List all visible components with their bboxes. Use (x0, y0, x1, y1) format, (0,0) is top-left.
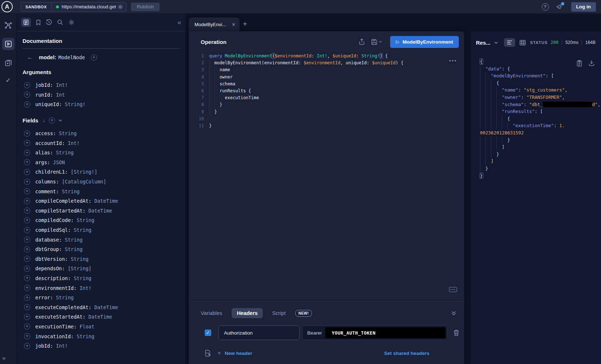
field-item[interactable]: +compileStartedAt: DateTime (23, 206, 180, 216)
save-operation-control[interactable] (371, 39, 382, 45)
field-item-type[interactable]: String (65, 246, 83, 252)
field-item-type[interactable]: Float (80, 324, 95, 329)
keyboard-shortcuts-icon[interactable]: •••• (449, 287, 457, 292)
publish-button[interactable]: Publish (131, 3, 160, 11)
new-tab-icon[interactable]: + (243, 20, 247, 28)
collapse-panel-icon[interactable]: « (178, 19, 180, 26)
field-item[interactable]: +invocationId: String (23, 331, 180, 341)
field-item-type[interactable]: String (77, 217, 95, 223)
field-item-type[interactable]: String (59, 130, 77, 136)
sort-fields-icon[interactable]: ↓ (43, 117, 45, 123)
back-arrow-icon[interactable]: ← (27, 54, 33, 61)
search-icon[interactable] (57, 19, 63, 25)
field-item-type[interactable]: DateTime (88, 208, 112, 214)
set-shared-headers-link[interactable]: Set shared headers (384, 351, 429, 356)
field-item[interactable]: +args: JSON (23, 158, 180, 167)
add-to-query-icon[interactable]: + (24, 323, 30, 329)
field-item-type[interactable]: Int! (68, 140, 80, 146)
breadcrumb-type[interactable]: ModelNode (59, 54, 85, 60)
tab-script[interactable]: Script (272, 310, 286, 316)
raw-view-toggle-icon[interactable] (504, 38, 515, 47)
download-response-icon[interactable] (589, 60, 594, 66)
field-item-type[interactable]: String (65, 237, 83, 243)
field-item-type[interactable]: [String!] (71, 169, 97, 175)
add-to-query-icon[interactable]: + (24, 130, 30, 137)
header-value-field[interactable]: Bearer YOUR_AUTH_TOKEN (302, 325, 448, 340)
field-item[interactable]: +executeStartedAt: DateTime (23, 312, 180, 322)
field-item-type[interactable]: JSON (53, 159, 65, 165)
field-item-type[interactable]: String (71, 256, 89, 262)
add-to-query-icon[interactable]: + (24, 198, 30, 204)
add-to-query-icon[interactable]: + (24, 285, 30, 291)
add-to-query-icon[interactable]: + (24, 343, 30, 349)
history-icon[interactable] (46, 19, 52, 25)
field-item[interactable]: +database: String (23, 235, 180, 244)
add-to-query-icon[interactable]: + (24, 256, 30, 262)
add-to-query-icon[interactable]: + (24, 333, 30, 339)
add-to-query-icon[interactable]: + (24, 188, 30, 194)
share-icon[interactable] (359, 39, 365, 45)
field-item[interactable]: +comment: String (23, 186, 180, 196)
apollo-logo[interactable]: A (1, 1, 13, 12)
endpoint-url-input[interactable]: https://metadata.cloud.get (62, 4, 116, 9)
response-chevron-icon[interactable] (494, 41, 498, 44)
fields-chevron-icon[interactable] (59, 119, 62, 122)
field-item[interactable]: +accountId: Int! (23, 138, 180, 148)
response-json[interactable]: {"data": {"modelByEnvironment": [{"name"… (480, 58, 601, 179)
documentation-tab-icon[interactable] (21, 18, 31, 27)
expand-rail-icon[interactable]: » (2, 355, 5, 362)
add-to-query-icon[interactable]: + (24, 304, 30, 310)
add-to-query-icon[interactable]: + (24, 266, 30, 272)
field-item[interactable]: +compiledCode: String (23, 215, 180, 225)
field-item-type[interactable]: [CatalogColumn] (62, 179, 106, 185)
field-item[interactable]: +alias: String (23, 148, 180, 158)
add-to-query-icon[interactable]: + (24, 82, 30, 88)
field-item-type[interactable]: DateTime (88, 314, 112, 320)
add-to-query-icon[interactable]: + (24, 169, 30, 175)
table-view-toggle-icon[interactable] (520, 40, 526, 45)
field-item[interactable]: +dbtVersion: String (23, 254, 180, 264)
tab-headers[interactable]: Headers (232, 308, 263, 318)
field-item-type[interactable]: String (74, 227, 92, 233)
add-to-query-icon[interactable]: + (24, 295, 30, 301)
field-item-type[interactable]: String (56, 150, 74, 155)
field-item-type[interactable]: String (62, 189, 80, 194)
copy-response-icon[interactable] (577, 60, 582, 66)
add-to-query-icon[interactable]: + (24, 246, 30, 252)
field-item-type[interactable]: DateTime (95, 198, 118, 204)
collapse-request-panel-icon[interactable] (451, 311, 456, 316)
add-to-query-icon[interactable]: + (24, 159, 30, 165)
field-item-type[interactable]: Int! (80, 285, 92, 291)
add-to-query-icon[interactable]: + (24, 140, 30, 146)
field-item[interactable]: +access: String (23, 129, 180, 138)
add-to-query-icon[interactable]: + (24, 314, 30, 320)
header-name-input[interactable] (219, 325, 300, 340)
tab-variables[interactable]: Variables (201, 310, 222, 316)
endpoint-settings-gear-icon[interactable] (117, 4, 123, 10)
explorer-tab-icon[interactable] (0, 38, 16, 50)
field-item[interactable]: +description: String (23, 274, 180, 283)
field-item[interactable]: +error: String (23, 293, 180, 303)
operation-tab[interactable]: ModelByEnvi... × (189, 17, 240, 32)
add-to-query-icon[interactable]: + (24, 207, 30, 214)
field-item[interactable]: +dbtGroup: String (23, 244, 180, 254)
argument-item[interactable]: +jobId: Int! (23, 80, 180, 90)
new-header-button[interactable]: + New header (217, 349, 252, 357)
login-button[interactable]: Log in (571, 2, 596, 12)
schema-graph-icon[interactable] (0, 21, 16, 30)
field-item[interactable]: +jobId: Int! (23, 341, 180, 351)
edit-headers-as-text-icon[interactable] (205, 350, 211, 357)
field-item[interactable]: +compiledSql: String (23, 225, 180, 235)
close-tab-icon[interactable]: × (232, 21, 235, 28)
argument-item-type[interactable]: Int! (56, 82, 68, 88)
query-editor[interactable]: 1query ModelByEnvironment($environmentId… (189, 53, 464, 301)
explorer-settings-gear-icon[interactable] (68, 19, 75, 25)
auth-token-redacted[interactable]: YOUR_AUTH_TOKEN (325, 327, 445, 338)
field-item[interactable]: +executeCompletedAt: DateTime (23, 302, 180, 312)
argument-item[interactable]: +runId: Int (23, 90, 180, 100)
add-to-query-icon[interactable]: + (24, 227, 30, 233)
delete-header-icon[interactable] (453, 329, 459, 336)
add-all-fields-icon[interactable]: + (49, 117, 55, 124)
field-item-type[interactable]: [String] (68, 266, 91, 271)
help-icon[interactable]: ? (542, 3, 549, 11)
